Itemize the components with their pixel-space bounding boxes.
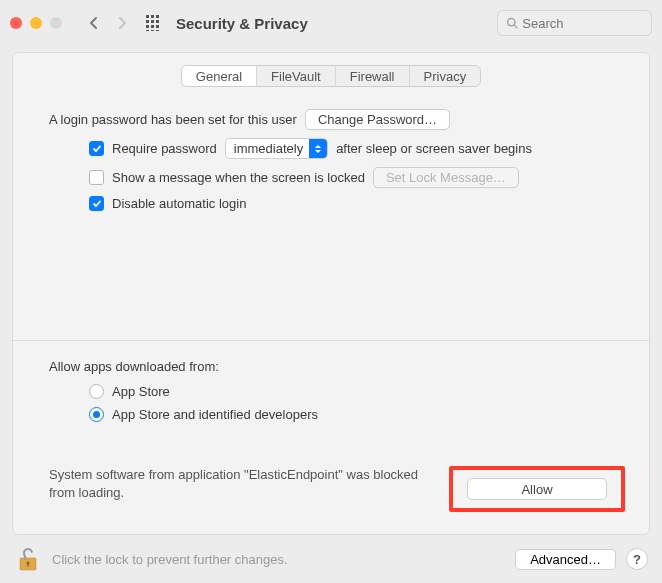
require-password-delay-popup[interactable]: immediately [225,138,328,159]
svg-rect-11 [156,30,159,31]
svg-rect-9 [146,30,149,31]
blocked-software-row: System software from application "Elasti… [13,438,649,522]
radio-app-store-identified-label: App Store and identified developers [112,407,318,422]
lock-hint-text: Click the lock to prevent further change… [52,552,505,567]
search-input[interactable] [522,16,643,31]
show-all-button[interactable] [140,15,168,31]
tab-firewall[interactable]: Firewall [336,66,410,86]
titlebar: Security & Privacy [0,0,662,46]
svg-rect-8 [156,25,159,28]
change-password-button[interactable]: Change Password… [305,109,450,130]
search-field[interactable] [497,10,652,36]
svg-rect-15 [27,563,29,567]
tab-bar: General FileVault Firewall Privacy [13,53,649,87]
forward-button[interactable] [108,12,136,34]
close-window-button[interactable] [10,17,22,29]
minimize-window-button[interactable] [30,17,42,29]
svg-rect-7 [151,25,154,28]
help-button[interactable]: ? [626,548,648,570]
svg-rect-10 [151,30,154,31]
svg-rect-4 [151,20,154,23]
lock-open-icon [17,546,39,572]
svg-rect-2 [156,15,159,18]
footer: Click the lock to prevent further change… [0,535,662,583]
lock-button[interactable] [14,543,42,575]
svg-rect-3 [146,20,149,23]
require-password-label: Require password [112,141,217,156]
back-button[interactable] [80,12,108,34]
show-message-checkbox[interactable] [89,170,104,185]
allow-highlight: Allow [449,466,625,512]
content-panel: General FileVault Firewall Privacy A log… [12,52,650,535]
require-password-checkbox[interactable] [89,141,104,156]
download-heading: Allow apps downloaded from: [49,359,613,374]
search-icon [506,16,518,30]
svg-line-13 [514,25,517,28]
svg-rect-5 [156,20,159,23]
svg-rect-6 [146,25,149,28]
popup-value: immediately [234,141,303,156]
disable-auto-login-checkbox[interactable] [89,196,104,211]
radio-app-store-label: App Store [112,384,170,399]
window-controls [10,17,62,29]
radio-app-store-identified[interactable] [89,407,104,422]
show-message-label: Show a message when the screen is locked [112,170,365,185]
login-section: A login password has been set for this u… [13,87,649,229]
advanced-button[interactable]: Advanced… [515,549,616,570]
tab-filevault[interactable]: FileVault [257,66,336,86]
svg-rect-0 [146,15,149,18]
chevron-updown-icon [309,139,327,158]
tab-privacy[interactable]: Privacy [410,66,481,86]
after-sleep-label: after sleep or screen saver begins [336,141,532,156]
login-password-label: A login password has been set for this u… [49,112,297,127]
zoom-window-button[interactable] [50,17,62,29]
tab-general[interactable]: General [182,66,257,86]
svg-rect-1 [151,15,154,18]
blocked-software-text: System software from application "Elasti… [49,466,433,501]
allow-button[interactable]: Allow [467,478,607,500]
set-lock-message-button: Set Lock Message… [373,167,519,188]
preferences-window: Security & Privacy General FileVault Fir… [0,0,662,583]
radio-app-store[interactable] [89,384,104,399]
window-title: Security & Privacy [176,15,308,32]
disable-auto-login-label: Disable automatic login [112,196,246,211]
download-section: Allow apps downloaded from: App Store Ap… [13,341,649,438]
